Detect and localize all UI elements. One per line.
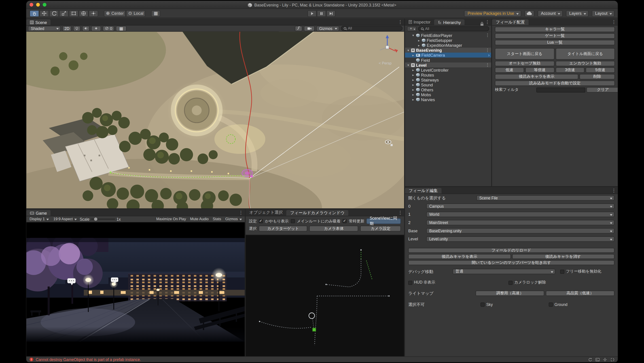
kebab-menu-icon[interactable]: ⋮ <box>398 19 402 25</box>
gizmos-dropdown[interactable]: Gizmos <box>316 26 339 31</box>
camera-settings-button[interactable]: カメラ設定 <box>360 226 401 231</box>
lightmap-fast-button[interactable]: 調整用（高速） <box>476 291 544 296</box>
kebab-menu-icon[interactable]: ⋮ <box>486 48 490 53</box>
hierarchy-item-field[interactable]: Field <box>405 58 491 63</box>
zoom-button[interactable] <box>43 3 46 7</box>
minimize-button[interactable] <box>36 3 40 7</box>
custom-tool-button[interactable] <box>89 10 98 17</box>
preview-packages-dropdown[interactable]: Preview Packages in Use <box>464 10 521 17</box>
hide-streamed-chars-button[interactable]: 後読みキャラを消す <box>512 254 614 259</box>
tab-object-select[interactable]: オブジェクト選択 <box>246 209 286 216</box>
console-icon[interactable] <box>596 357 600 361</box>
lua-list-button[interactable]: Lua 一覧 <box>495 40 615 45</box>
maximize-on-play-toggle[interactable]: Maximize On Play <box>154 216 188 222</box>
display-dropdown[interactable]: Display 1 <box>28 216 50 222</box>
2d-toggle-button[interactable]: 2D <box>62 26 71 31</box>
hierarchy-search-field[interactable]: All <box>418 26 489 31</box>
scene-grid-dropdown[interactable]: ▦ <box>116 26 126 31</box>
hierarchy-item-fieldsetupper[interactable]: ▸ FieldSetupper <box>405 38 491 43</box>
search-filter-input[interactable] <box>536 87 586 92</box>
show-streamed-chars-button[interactable]: 後読みキャラを表示 <box>495 74 578 80</box>
tab-scene[interactable]: Scene <box>26 19 51 25</box>
scene-tools-button[interactable] <box>295 26 302 31</box>
show-streamed-chars-button[interactable]: 後読みキャラを表示 <box>408 254 511 259</box>
scene-audio-toggle[interactable] <box>82 26 90 31</box>
export-map-parts-button[interactable]: 開いているシーンのマップパーツを吐き出す <box>408 260 614 265</box>
debug-move-dropdown[interactable]: 普通 <box>452 269 555 274</box>
camera-target-button[interactable]: カメラターゲット <box>259 226 308 231</box>
scale-tool-button[interactable] <box>59 10 68 17</box>
chevron-collapsed-icon[interactable]: ▸ <box>412 88 415 92</box>
stats-toggle[interactable]: Stats <box>211 216 223 222</box>
scale-slider-knob[interactable] <box>94 218 97 221</box>
hierarchy-item-expeditionmanager[interactable]: ▸ ExpeditionManager <box>405 43 491 48</box>
hierarchy-item-routes[interactable]: ▸ Routes <box>405 72 491 77</box>
ground-checkbox[interactable] <box>549 302 553 306</box>
clear-filter-button[interactable]: クリア <box>586 87 618 92</box>
chara-list-button[interactable]: キャラ一覧 <box>495 27 615 32</box>
field-reload-button[interactable]: フィールドのリロード <box>408 248 614 253</box>
hierarchy-item-mobs[interactable]: ▸ Mobs <box>405 92 491 97</box>
scene-effects-dropdown[interactable] <box>91 26 101 31</box>
aspect-dropdown[interactable]: 19:9 Aspect <box>52 216 78 222</box>
scene-slot-1-dropdown[interactable]: World <box>426 212 614 217</box>
chevron-collapsed-icon[interactable]: ▸ <box>412 98 415 101</box>
tool-handle-position-button[interactable]: ⊕ Center <box>104 10 126 17</box>
scale-slider[interactable] <box>91 219 115 220</box>
rotate-tool-button[interactable] <box>49 10 58 17</box>
level-scene-dropdown[interactable]: Level.unity <box>426 236 614 242</box>
progress-icon[interactable] <box>610 357 614 361</box>
services-icon[interactable] <box>603 357 607 361</box>
game-gizmos-dropdown[interactable]: Gizmos <box>224 216 243 222</box>
chevron-collapsed-icon[interactable]: ▸ <box>412 68 415 72</box>
hierarchy-item-narvies[interactable]: ▸ Narvies <box>405 97 491 102</box>
step-button[interactable] <box>326 10 336 17</box>
tab-field-camera-window[interactable]: フィールドカメラウィンドウ <box>286 210 348 216</box>
view-hand-tool-button[interactable] <box>30 10 39 17</box>
scene-lighting-toggle[interactable] <box>73 26 80 31</box>
persp-label[interactable]: < Persp <box>378 61 391 65</box>
scene-viewport[interactable]: < Persp <box>26 32 404 208</box>
move-tool-button[interactable] <box>39 10 49 17</box>
kebab-menu-icon[interactable]: ⋮ <box>612 19 616 25</box>
tab-hierarchy[interactable]: Hierarchy <box>434 19 465 25</box>
chevron-expanded-icon[interactable]: ▾ <box>406 63 410 67</box>
return-start-screen-button[interactable]: スタート画面に戻る <box>495 48 554 60</box>
tab-field-edit[interactable]: フィールド編集 <box>405 188 442 194</box>
encounter-disable-button[interactable]: エンカウント無効 <box>556 61 615 66</box>
return-title-screen-button[interactable]: タイトル画面に戻る <box>556 48 615 60</box>
hierarchy-scene-baseevening[interactable]: ▾ BaseEvening ⋮ <box>405 48 491 53</box>
scene-search-field[interactable]: All <box>341 26 402 31</box>
hierarchy-scene-level[interactable]: ▾ Level ⋮ <box>405 63 491 67</box>
rect-tool-button[interactable] <box>69 10 78 17</box>
open-target-dropdown[interactable]: Scene File <box>476 195 614 201</box>
kebab-menu-icon[interactable]: ⋮ <box>238 210 243 215</box>
create-object-button[interactable]: ＋ <box>407 26 416 31</box>
kebab-menu-icon[interactable]: ⋮ <box>398 210 402 215</box>
lightmap-hq-button[interactable]: 高品質（低速） <box>546 291 614 296</box>
hierarchy-item-fieldcamera[interactable]: ▸ FieldCamera › <box>405 53 491 58</box>
tool-handle-rotation-button[interactable]: ⊙ Local <box>126 10 146 17</box>
base-scene-dropdown[interactable]: BaseEvening.unity <box>426 228 614 233</box>
prefab-open-chevron-icon[interactable]: › <box>488 53 490 58</box>
loadmode-auto-button[interactable]: 読み込みモードを自動で設定 <box>495 81 615 86</box>
scene-camera-dropdown[interactable] <box>304 26 314 31</box>
close-button[interactable] <box>30 3 33 7</box>
lock-icon[interactable] <box>480 20 484 28</box>
kebab-menu-icon[interactable]: ⋮ <box>612 188 616 193</box>
shading-mode-dropdown[interactable]: Shaded <box>28 26 61 31</box>
transform-tool-button[interactable] <box>79 10 88 17</box>
autosave-disable-button[interactable]: オートセーブ無効 <box>495 61 554 66</box>
camera-unlock-checkbox[interactable] <box>508 281 512 285</box>
overlay-checkbox[interactable] <box>259 219 263 223</box>
chevron-collapsed-icon[interactable]: ▸ <box>417 44 420 47</box>
scene-slot-2-dropdown[interactable]: MainStreet <box>426 220 614 225</box>
hierarchy-item-sound[interactable]: ▸ Sound <box>405 82 491 87</box>
layers-dropdown[interactable]: Layers <box>566 10 588 17</box>
chevron-expanded-icon[interactable]: ▾ <box>412 34 415 37</box>
scene-visibility-toggle[interactable]: 0 <box>103 26 114 31</box>
camera-path-viewport[interactable] <box>246 235 404 356</box>
game-viewport[interactable] <box>26 222 245 356</box>
scene-slot-0-dropdown[interactable]: Campus <box>426 203 614 209</box>
sky-checkbox[interactable] <box>480 302 484 306</box>
